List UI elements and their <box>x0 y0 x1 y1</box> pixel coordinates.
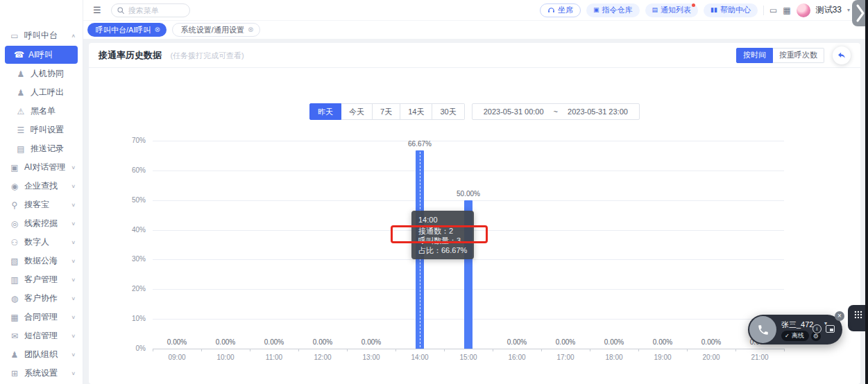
bar-value-label: 0.00% <box>495 338 539 346</box>
agent-button[interactable]: 坐席 <box>540 3 581 17</box>
sidebar-item-call-settings[interactable]: ☰呼叫设置 <box>0 121 83 139</box>
period-filter: 昨天今天7天14天30天 <box>309 103 465 120</box>
bar-value-label: 50.00% <box>446 190 491 198</box>
bar-value-label: 0.00% <box>349 338 393 346</box>
divider <box>763 6 764 15</box>
help-center-button[interactable]: ▮▮ 帮助中心 <box>704 3 758 17</box>
tab-system-general-settings[interactable]: 系统设置/通用设置⊗ <box>172 23 260 37</box>
x-axis-tick <box>784 349 785 351</box>
fullscreen-icon[interactable]: ▭ <box>769 6 777 15</box>
sidebar-item-ai-dialog-management[interactable]: ▣AI对话管理∨ <box>0 158 83 177</box>
person-gear-icon: ♟ <box>16 69 26 79</box>
card-header-left: 接通率历史数据 (任务拨打完成可查看) <box>99 49 244 62</box>
sidebar-item-label: 搜客宝 <box>24 199 49 211</box>
sidebar-item-contract-management[interactable]: ▦合同管理∨ <box>0 308 83 326</box>
x-axis-label: 18:00 <box>592 354 636 361</box>
toggle-by-redial-count[interactable]: 按重呼次数 <box>773 48 824 63</box>
y-axis-label: 20% <box>110 285 146 293</box>
avatar[interactable] <box>797 3 810 17</box>
filter-row: 昨天今天7天14天30天 2023-05-31 00:00 ~ 2023-05-… <box>89 103 860 120</box>
notification-list-button[interactable]: ▤ 通知列表 <box>645 3 699 17</box>
headset-icon <box>547 6 555 14</box>
agent-name[interactable]: 张三_472 <box>781 320 813 330</box>
x-axis-label: 19:00 <box>640 354 685 361</box>
status-badge[interactable]: ✓ 离线 <box>781 331 809 341</box>
x-axis-tick <box>347 349 348 351</box>
sidebar-item-souke-bao[interactable]: ⚲搜客宝∨ <box>0 195 83 214</box>
sidebar-item-label: 合同管理 <box>24 311 58 323</box>
grid-icon: ⊞ <box>10 369 19 378</box>
x-axis-tick <box>638 349 639 351</box>
sidebar-item-customer-collaboration[interactable]: ◍客户协作∨ <box>0 289 83 308</box>
sidebar-item-sms-management[interactable]: ✉短信管理∨ <box>0 326 83 345</box>
sidebar-item-data-pool[interactable]: ▧数据公海∨ <box>0 252 83 270</box>
sidebar-item-manual-outbound[interactable]: ♟人工呼出 <box>0 83 83 102</box>
period-button[interactable]: 今天 <box>341 103 373 120</box>
y-axis-label: 60% <box>110 166 146 174</box>
x-axis-label: 15:00 <box>446 354 491 361</box>
sidebar-item-enterprise-search[interactable]: ◉企业查找∨ <box>0 177 83 195</box>
sidebar-item-human-machine-collaboration[interactable]: ♟人机协同 <box>0 64 83 83</box>
sidebar-item-push-records[interactable]: ▤推送记录 <box>0 139 83 158</box>
sidebar-nav: ▭呼叫中台∧☎AI呼叫♟人机协同♟人工呼出⚠黑名单☰呼叫设置▤推送记录▣AI对话… <box>0 26 83 383</box>
sidebar-item-blacklist[interactable]: ⚠黑名单 <box>0 102 83 121</box>
x-axis-label: 11:00 <box>252 354 296 361</box>
date-range-separator: ~ <box>554 107 558 116</box>
chevron-down-icon: ∨ <box>71 315 76 320</box>
dialpad-icon <box>853 310 863 320</box>
period-button[interactable]: 30天 <box>432 103 464 120</box>
period-button[interactable]: 14天 <box>400 103 432 120</box>
bar-value-label: 0.00% <box>300 338 345 346</box>
tab-call-center-ai-call[interactable]: 呼叫中台/AI呼叫⊗ <box>87 23 167 37</box>
close-icon[interactable]: × <box>835 311 844 321</box>
history-icon[interactable]: ▦ <box>783 6 790 15</box>
status-label: 离线 <box>792 331 804 340</box>
sidebar-item-label: 黑名单 <box>31 105 56 117</box>
status-check-icon: ✓ <box>785 333 790 339</box>
chevron-down-icon: ∨ <box>71 333 76 339</box>
info-icon[interactable]: i <box>812 324 822 333</box>
x-axis-tick <box>153 349 153 351</box>
chevron-down-icon: ∨ <box>71 165 76 171</box>
sidebar-item-customer-management[interactable]: ▥客户管理∨ <box>0 270 83 289</box>
phone-icon: ☎ <box>14 50 24 60</box>
tab-close-icon[interactable]: ⊗ <box>154 26 160 33</box>
phone-widget[interactable]: 张三_472 ▾ ✓ 离线 ⚙ i × <box>748 315 842 344</box>
tab-close-icon[interactable]: ⊗ <box>248 26 253 33</box>
username[interactable]: 测试33 <box>816 4 842 16</box>
back-arrow-icon <box>837 51 846 60</box>
command-warehouse-button[interactable]: ▣ 指令仓库 <box>586 3 640 17</box>
sidebar-item-system-settings[interactable]: ⊞系统设置∨ <box>0 364 83 383</box>
sidebar-item-call-center-platform[interactable]: ▭呼叫中台∧ <box>0 26 83 45</box>
bar-value-label: 0.00% <box>543 338 588 346</box>
period-button[interactable]: 7天 <box>373 103 400 120</box>
sidebar-item-label: 人机协同 <box>31 68 64 80</box>
menu-search[interactable] <box>111 3 190 17</box>
toggle-by-time[interactable]: 按时间 <box>736 48 773 63</box>
handshake-icon: ◍ <box>10 294 19 304</box>
notification-dot <box>692 3 695 7</box>
sidebar-item-lead-mining[interactable]: ◎线索挖掘∨ <box>0 214 83 233</box>
period-button[interactable]: 昨天 <box>309 103 341 120</box>
view-toggle: 按时间按重呼次数 <box>736 48 824 63</box>
phone-call-button[interactable] <box>749 316 776 343</box>
menu-fold-icon[interactable]: ☰ <box>93 5 101 15</box>
bar-value-label: 66.67% <box>398 140 442 148</box>
sidebar-item-label: 企业查找 <box>24 180 58 192</box>
minimize-window-icon[interactable] <box>826 325 835 333</box>
tab-label: 系统设置/通用设置 <box>181 25 244 35</box>
sidebar-item-digital-human[interactable]: ⚇数字人∨ <box>0 233 83 252</box>
tooltip-time: 14:00 <box>418 215 467 225</box>
date-range-start: 2023-05-31 00:00 <box>484 107 544 116</box>
back-button[interactable] <box>833 46 851 64</box>
date-range-picker[interactable]: 2023-05-31 00:00 ~ 2023-05-31 23:00 <box>472 103 640 120</box>
chevron-down-icon: ∨ <box>71 240 76 245</box>
chevron-right-icon <box>856 3 865 23</box>
x-axis-label: 10:00 <box>203 354 248 361</box>
x-axis-label: 16:00 <box>495 354 539 361</box>
people-icon: ♟ <box>10 350 19 360</box>
sidebar-item-team-organization[interactable]: ♟团队组织∨ <box>0 345 83 364</box>
sliders-icon: ☰ <box>16 125 26 135</box>
sidebar-item-ai-call[interactable]: ☎AI呼叫 <box>5 46 78 64</box>
sidebar: ▭呼叫中台∧☎AI呼叫♟人机协同♟人工呼出⚠黑名单☰呼叫设置▤推送记录▣AI对话… <box>0 0 83 384</box>
